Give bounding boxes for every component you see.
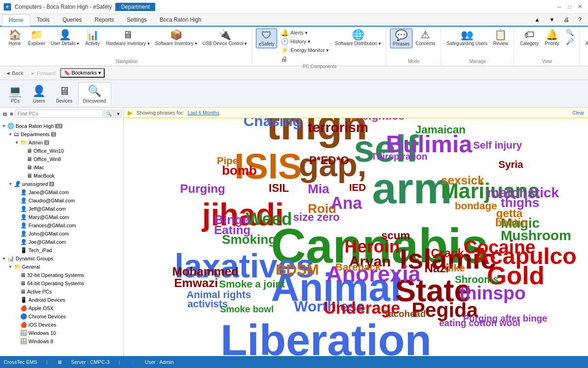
tree-item[interactable]: 🔵Chrome Devices — [0, 312, 124, 321]
filter-link[interactable]: Last 6 Months — [187, 110, 219, 115]
search-options-button[interactable]: ▾ — [115, 110, 122, 118]
tree-item[interactable]: 🖥MacBook — [0, 172, 124, 180]
tree-item[interactable]: 🖥Office_Win10 — [0, 147, 124, 155]
word-cloud-word[interactable]: Self injury — [473, 140, 522, 150]
tree-item[interactable]: 👤Joe@GMail.com — [0, 238, 124, 246]
word-cloud-word[interactable]: Smoke bowl — [220, 305, 274, 314]
activity-button[interactable]: 📊 Activity — [83, 29, 103, 47]
alerts-button[interactable]: 🔔 Alerts ▾ — [278, 29, 332, 37]
usb-device-control-button[interactable]: 🔌 USB Device Control ▾ — [200, 29, 249, 47]
home-button[interactable]: 🏠 Home — [5, 29, 25, 47]
tree-item[interactable]: 👤Jeff@GMail.com — [0, 205, 124, 213]
phrases-button[interactable]: 💬 Phrases — [390, 29, 413, 48]
tree-item[interactable]: 👤Mary@GMail.com — [0, 213, 124, 221]
word-cloud-word[interactable]: Shrooms — [455, 275, 498, 285]
tab-boca-raton[interactable]: Boca Raton High — [153, 14, 208, 26]
hardware-inventory-button[interactable]: 🖥 Hardware Inventory ▾ — [104, 29, 152, 47]
search-input[interactable] — [15, 109, 103, 118]
tree-item[interactable]: ▼🗂Departments3 — [0, 130, 124, 138]
tab-queries[interactable]: Queries — [56, 14, 88, 26]
tree-item[interactable]: 👤Claudio@GMail.com — [0, 196, 124, 205]
minimize-button[interactable]: ─ — [555, 3, 564, 11]
word-cloud-word[interactable]: ISIL — [269, 183, 289, 194]
tree-item[interactable]: 👤Jane@GMail.com — [0, 188, 124, 196]
zoom-out-button[interactable]: 🔎 — [563, 37, 577, 46]
print-ribbon-button[interactable]: 🖨 — [278, 55, 332, 63]
back-button[interactable]: ◄ Back — [3, 69, 26, 77]
tree-item[interactable]: 🍎iOS Devices — [0, 321, 124, 329]
word-cloud-word[interactable]: Front — [257, 355, 363, 356]
close-button[interactable]: ✕ — [575, 3, 584, 11]
word-cloud-word[interactable]: backstabbing — [292, 118, 357, 119]
expand-icon[interactable]: ⊕ — [9, 110, 14, 117]
tree-item[interactable]: ▼📊Dynamic Groups — [0, 254, 124, 263]
word-cloud-word[interactable]: Syria — [498, 160, 523, 170]
software-inventory-button[interactable]: 📦 Software Inventory ▾ — [153, 29, 199, 47]
word-cloud-word[interactable]: sexsick — [441, 174, 484, 186]
tree-item[interactable]: 🖥32-bit Operating Systems — [0, 271, 124, 279]
search-button[interactable]: 🔍 — [104, 110, 114, 118]
word-cloud-word[interactable]: Crack — [431, 247, 464, 259]
tree-item[interactable]: ▼🌐Boca Raton High12 — [0, 122, 124, 130]
word-cloud-word[interactable]: Mushroom — [501, 229, 571, 242]
print-button[interactable]: 🖨 — [559, 15, 574, 25]
clear-filter-button[interactable]: Clear — [572, 110, 584, 115]
word-cloud-word[interactable]: Purging — [180, 183, 225, 195]
tree-item[interactable]: 🖥64-bit Operating Systems — [0, 279, 124, 288]
zoom-in-button[interactable]: 🔍 — [563, 29, 577, 37]
word-cloud-word[interactable]: scum — [381, 230, 410, 241]
tree-item[interactable]: 🪟Windows 10 — [0, 329, 124, 337]
tree-item[interactable]: 🍎Apple OSX — [0, 304, 124, 312]
word-cloud-word[interactable]: Pipe — [217, 156, 238, 166]
word-cloud-word[interactable]: size zero — [293, 212, 339, 223]
tree-toggle[interactable]: ▤ — [2, 110, 8, 117]
concerns-button[interactable]: ⚠ Concerns — [413, 29, 438, 47]
word-cloud-word[interactable]: Thirspiration — [371, 152, 427, 161]
ribbon-scroll-up[interactable]: ▲ — [530, 15, 545, 25]
esafety-button[interactable]: 🛡 eSafety — [256, 29, 277, 48]
word-cloud-word[interactable]: P*ED*O — [309, 155, 349, 166]
bookmarks-button[interactable]: 🔖 Bookmarks ▾ — [60, 68, 105, 78]
tree-item[interactable]: 🖥iMac — [0, 163, 124, 172]
forward-button[interactable]: ► Forward — [28, 69, 58, 77]
word-cloud-word[interactable]: dike — [445, 263, 465, 273]
word-cloud-word[interactable]: Weed — [246, 210, 292, 228]
word-cloud-word[interactable]: BDSM — [276, 262, 319, 277]
word-cloud-word[interactable]: Chasing — [243, 118, 301, 128]
tab-home[interactable]: Home — [2, 14, 30, 26]
history-button[interactable]: 🕐 History ▾ — [278, 37, 332, 46]
nav-pcs[interactable]: 💻 PCs — [4, 83, 27, 105]
tree-item[interactable]: 🖥Active PCs — [0, 288, 124, 296]
tree-item[interactable]: ▼👤unassigned8 — [0, 180, 124, 188]
maximize-button[interactable]: □ — [565, 3, 574, 11]
nav-users[interactable]: 👤 Users — [28, 83, 51, 105]
tree-item[interactable]: ▼📁Admin4 — [0, 138, 124, 147]
word-cloud-word[interactable]: terrorism — [308, 121, 368, 134]
word-cloud-word[interactable]: Emwazi — [174, 277, 218, 289]
word-cloud-word[interactable]: Ana — [331, 195, 362, 212]
tree-item[interactable]: 🖥Office_Win8 — [0, 155, 124, 163]
word-cloud-word[interactable]: Sadomasochism — [457, 118, 537, 119]
tree-item[interactable]: 👤John@GMail.com — [0, 230, 124, 238]
title-tab[interactable]: Department — [115, 3, 155, 11]
word-cloud-word[interactable]: bondage — [455, 201, 497, 211]
nav-devices[interactable]: 🖥 Devices — [51, 83, 77, 105]
word-cloud-word[interactable]: Liberation — [220, 318, 431, 356]
energy-monitor-button[interactable]: ⚡ Energy Monitor ▾ — [278, 46, 332, 54]
tab-tools[interactable]: Tools — [30, 14, 56, 26]
safeguarding-users-button[interactable]: 👥 Safeguarding Users — [445, 29, 490, 47]
word-cloud-word[interactable]: Eating — [214, 224, 250, 236]
word-cloud-word[interactable]: Jamaican — [415, 124, 465, 135]
tree-item[interactable]: ▼📁General — [0, 263, 124, 271]
tree-item[interactable]: 📱Tech_iPad — [0, 246, 124, 254]
user-details-button[interactable]: 👤 User Details ▾ — [48, 29, 81, 47]
word-cloud-word[interactable]: Mia — [308, 183, 329, 196]
word-cloud-word[interactable]: arm — [372, 167, 452, 210]
word-cloud-word[interactable]: Smoke a joint — [219, 279, 285, 289]
word-cloud-word[interactable]: beatin — [495, 217, 528, 228]
help-button[interactable]: ? — [574, 15, 586, 25]
tree-item[interactable]: 🪟Windows 8 — [0, 337, 124, 345]
tab-reports[interactable]: Reports — [88, 14, 120, 26]
tree-item[interactable]: 👤Frances@GMail.com — [0, 221, 124, 230]
advanced-button[interactable]: 🗂 Advanced — [583, 29, 588, 47]
